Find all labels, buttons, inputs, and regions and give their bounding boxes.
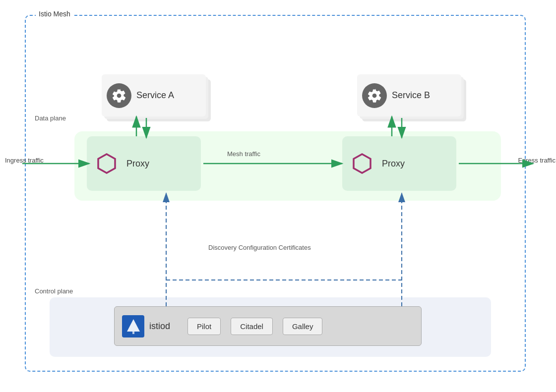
istiod-logo [122, 315, 144, 337]
egress-label: Egress traffic [518, 156, 556, 165]
gear-icon-a [107, 83, 131, 108]
discovery-config-label: Discovery Configuration Certificates [208, 243, 311, 253]
diagram-container: Istio Mesh Data plane Control plane Serv… [20, 10, 536, 382]
istiod-box: istiod Pilot Citadel Galley [114, 306, 422, 346]
svg-marker-1 [354, 154, 371, 173]
svg-marker-2 [127, 319, 140, 332]
istio-mesh-label: Istio Mesh [36, 10, 73, 18]
gear-icon-b [362, 83, 387, 108]
service-b-card: Service B [357, 74, 461, 116]
hex-icon-a [94, 151, 119, 176]
service-b-label: Service B [392, 90, 430, 101]
proxy-b-container: Proxy [342, 136, 456, 191]
proxy-b-label: Proxy [382, 159, 405, 169]
control-plane-label: Control plane [35, 287, 73, 295]
galley-box: Galley [283, 318, 323, 335]
service-a-label: Service A [136, 90, 174, 101]
ingress-label: Ingress traffic [5, 156, 44, 165]
hex-icon-b [350, 151, 374, 176]
svg-rect-3 [132, 332, 134, 334]
citadel-box: Citadel [231, 318, 273, 335]
svg-marker-0 [98, 154, 115, 173]
service-a-card: Service A [102, 74, 206, 116]
proxy-a-label: Proxy [126, 159, 149, 169]
proxy-a-container: Proxy [87, 136, 201, 191]
istiod-name: istiod [149, 321, 170, 332]
data-plane-label: Data plane [35, 114, 66, 123]
mesh-traffic-label: Mesh traffic [227, 150, 260, 158]
pilot-box: Pilot [187, 318, 221, 335]
